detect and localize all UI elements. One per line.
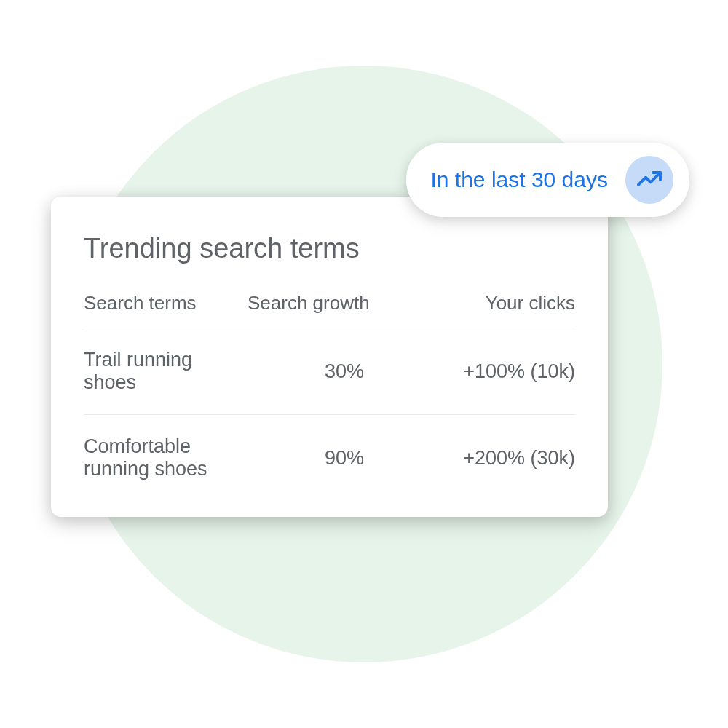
cell-term: Comfortable running shoes: [84, 435, 248, 480]
time-range-pill[interactable]: In the last 30 days: [406, 143, 690, 217]
column-header-growth: Search growth: [248, 292, 400, 314]
time-range-label: In the last 30 days: [431, 167, 609, 192]
table-row: Trail running shoes 30% +100% (10k): [84, 328, 575, 415]
column-header-clicks: Your clicks: [400, 292, 575, 314]
trending-card: Trending search terms Search terms Searc…: [51, 197, 608, 517]
cell-clicks: +200% (30k): [400, 447, 575, 470]
table-header: Search terms Search growth Your clicks: [84, 292, 575, 328]
column-header-terms: Search terms: [84, 292, 248, 314]
trending-table: Search terms Search growth Your clicks T…: [84, 292, 575, 488]
cell-growth: 90%: [248, 447, 400, 470]
cell-growth: 30%: [248, 360, 400, 383]
table-row: Comfortable running shoes 90% +200% (30k…: [84, 415, 575, 488]
card-title: Trending search terms: [84, 233, 575, 264]
trending-up-icon: [625, 156, 673, 204]
cell-term: Trail running shoes: [84, 349, 248, 394]
cell-clicks: +100% (10k): [400, 360, 575, 383]
